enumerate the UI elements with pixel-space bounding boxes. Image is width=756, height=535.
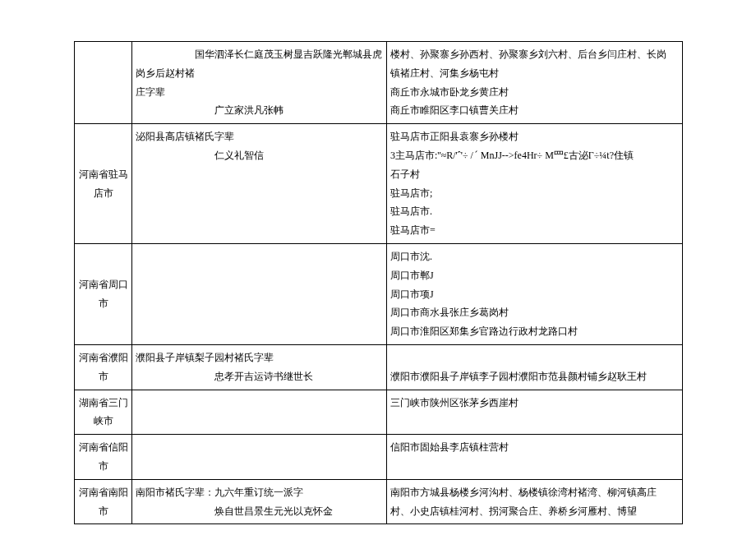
table-row: 河南省濮阳市濮阳县子岸镇梨子园村褚氏字辈忠孝开吉运诗书继世长 濮阳市濮阳县子岸镇…: [75, 344, 683, 390]
region-label: 河南省濮阳市: [79, 352, 128, 382]
lineage-cell: 泌阳县高店镇褚氏字辈仁义礼智信: [132, 124, 387, 244]
lineage-line: 庄字辈: [136, 83, 383, 102]
location-line: 驻马店市正阳县袁寨乡孙楼村: [390, 127, 679, 146]
location-line: 镇褚庄村、河集乡杨屯村: [390, 64, 679, 83]
lineage-cell: [132, 243, 387, 344]
table-row: 湖南省三门峡市 三门峡市陕州区张茅乡西崖村: [75, 390, 683, 435]
table-row: 河南省周口市 周口市沈.周口市郸J周口市项J周口市商水县张庄乡葛岗村周口市淮阳区…: [75, 243, 683, 344]
region-cell: [75, 42, 132, 124]
lineage-line: 泌阳县高店镇褚氏字辈: [136, 127, 383, 146]
region-label: 湖南省三门峡市: [79, 397, 128, 427]
location-line: 商丘市睢阳区李口镇曹关庄村: [390, 101, 679, 120]
lineage-cell: 南阳市褚氏字辈：九六年重订统一派字焕自世昌景生元光以克怀金: [132, 479, 387, 524]
location-cell: 濮阳市濮阳县子岸镇李子园村濮阳市范县颜村铺乡赵耿王村: [387, 344, 683, 390]
table-row: 河南省信阳市 信阳市固始县李店镇柱营村: [75, 435, 683, 480]
location-line: 周口市商水县张庄乡葛岗村: [390, 303, 679, 322]
lineage-cell: 濮阳县子岸镇梨子园村褚氏字辈忠孝开吉运诗书继世长: [132, 344, 387, 390]
table-row: 国华泗泽长仁庭茂玉树显吉跃隆光郸城县虎岗乡后赵村褚庄字辈广立家洪凡张帏楼村、孙聚…: [75, 42, 683, 124]
location-line: 南阳市方城县杨楼乡河沟村、杨楼镇徐湾村褚湾、柳河镇高庄: [390, 483, 679, 502]
location-cell: 周口市沈.周口市郸J周口市项J周口市商水县张庄乡葛岗村周口市淮阳区郑集乡官路边行…: [387, 243, 683, 344]
location-line: 周口市淮阳区郑集乡官路边行政村龙路口村: [390, 322, 679, 341]
region-label: 河南省南阳市: [79, 487, 128, 517]
region-cell: 河南省信阳市: [75, 435, 132, 480]
genealogy-table: 国华泗泽长仁庭茂玉树显吉跃隆光郸城县虎岗乡后赵村褚庄字辈广立家洪凡张帏楼村、孙聚…: [74, 41, 683, 524]
location-line: [390, 348, 679, 367]
location-line: 驻马店市.: [390, 202, 679, 221]
table-row: 河南省驻马店市泌阳县高店镇褚氏字辈仁义礼智信驻马店市正阳县袁寨乡孙楼村3主马店市…: [75, 124, 683, 244]
lineage-line: 国华泗泽长仁庭茂玉树显吉跃隆光郸城县虎岗乡后赵村褚: [136, 45, 383, 83]
location-line: 楼村、孙聚寨乡孙西村、孙聚寨乡刘六村、后台乡闫庄村、长岗: [390, 45, 679, 64]
location-cell: 驻马店市正阳县袁寨乡孙楼村3主马店市:''≈R/'ˆ'÷ /ˊ MnJJ-->f…: [387, 124, 683, 244]
region-label: 河南省信阳市: [79, 441, 128, 472]
lineage-line: 忠孝开吉运诗书继世长: [136, 367, 383, 386]
region-cell: 河南省濮阳市: [75, 344, 132, 390]
location-line: 村、小史店镇桂河村、拐河聚合庄、养桥乡河雁村、博望: [390, 502, 679, 521]
lineage-line: 濮阳县子岸镇梨子园村褚氏字辈: [136, 348, 383, 367]
location-line: 濮阳市濮阳县子岸镇李子园村濮阳市范县颜村铺乡赵耿王村: [390, 367, 679, 386]
lineage-cell: [132, 435, 387, 480]
lineage-cell: [132, 390, 387, 435]
location-line: 周口市项J: [390, 285, 679, 304]
region-cell: 河南省南阳市: [75, 479, 132, 524]
lineage-line: 广立家洪凡张帏: [136, 101, 383, 120]
location-line: 周口市郸J: [390, 266, 679, 285]
location-line: 3主马店市:''≈R/'ˆ'÷ /ˊ MnJJ-->fe4Hr÷ M罒£古泌Γ÷…: [390, 146, 679, 165]
region-cell: 河南省驻马店市: [75, 124, 132, 244]
location-cell: 三门峡市陕州区张茅乡西崖村: [387, 390, 683, 435]
table-row: 河南省南阳市南阳市褚氏字辈：九六年重订统一派字焕自世昌景生元光以克怀金南阳市方城…: [75, 479, 683, 524]
region-cell: 湖南省三门峡市: [75, 390, 132, 435]
lineage-line: 焕自世昌景生元光以克怀金: [136, 502, 383, 521]
location-cell: 信阳市固始县李店镇柱营村: [387, 435, 683, 480]
region-label: 河南省驻马店市: [79, 168, 128, 199]
location-line: 周口市沈.: [390, 247, 679, 266]
location-line: 三门峡市陕州区张茅乡西崖村: [390, 394, 679, 413]
location-cell: 楼村、孙聚寨乡孙西村、孙聚寨乡刘六村、后台乡闫庄村、长岗镇褚庄村、河集乡杨屯村商…: [387, 42, 683, 124]
lineage-line: 南阳市褚氏字辈：九六年重订统一派字: [136, 483, 383, 502]
location-cell: 南阳市方城县杨楼乡河沟村、杨楼镇徐湾村褚湾、柳河镇高庄村、小史店镇桂河村、拐河聚…: [387, 479, 683, 524]
location-line: 石子村: [390, 165, 679, 184]
location-line: 商丘市永城市卧龙乡黄庄村: [390, 83, 679, 102]
lineage-line: 仁义礼智信: [136, 146, 383, 165]
region-label: 河南省周口市: [79, 279, 128, 309]
location-line: 驻马店市;: [390, 184, 679, 203]
location-line: 信阳市固始县李店镇柱营村: [390, 438, 679, 457]
location-line: 驻马店市=: [390, 221, 679, 240]
region-cell: 河南省周口市: [75, 243, 132, 344]
lineage-cell: 国华泗泽长仁庭茂玉树显吉跃隆光郸城县虎岗乡后赵村褚庄字辈广立家洪凡张帏: [132, 42, 387, 124]
